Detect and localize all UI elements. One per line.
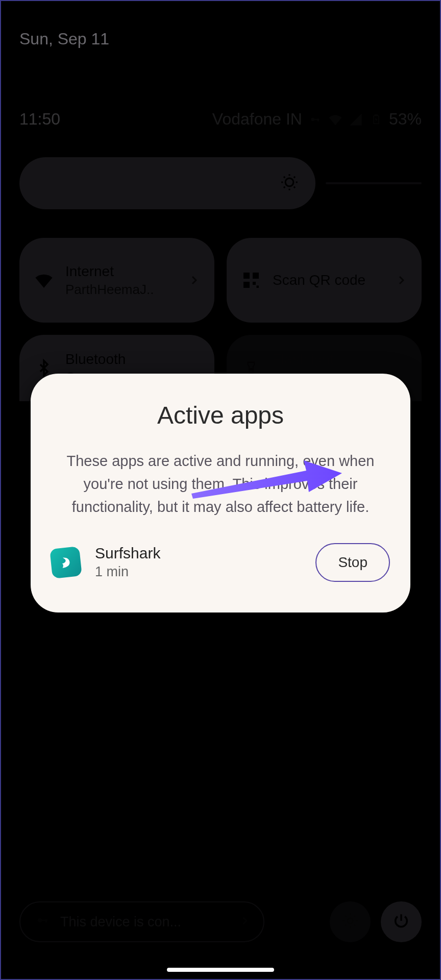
- battery-percent: 53%: [389, 110, 422, 129]
- svg-rect-7: [253, 273, 259, 279]
- brightness-slider[interactable]: [19, 157, 422, 209]
- wifi-icon: [328, 112, 343, 127]
- active-apps-sheet: Active apps These apps are active and ru…: [31, 374, 410, 612]
- svg-point-11: [251, 369, 252, 370]
- svg-rect-10: [257, 286, 259, 288]
- svg-point-0: [311, 117, 314, 121]
- svg-rect-2: [317, 118, 319, 121]
- sheet-title: Active apps: [51, 401, 390, 429]
- svg-rect-6: [243, 273, 250, 279]
- date-label: Sun, Sep 11: [19, 30, 422, 48]
- stop-button[interactable]: Stop: [315, 543, 390, 582]
- svg-rect-9: [253, 282, 256, 285]
- power-icon: [393, 912, 410, 932]
- battery-icon: [369, 112, 384, 127]
- qs-tile-title: Internet: [65, 263, 177, 280]
- nav-handle[interactable]: [167, 968, 274, 972]
- gear-icon: [341, 912, 359, 932]
- settings-button[interactable]: [330, 901, 371, 942]
- brightness-icon: [280, 173, 299, 194]
- qr-icon: [241, 270, 261, 290]
- surfshark-app-icon: [50, 546, 82, 579]
- chevron-right-icon: [188, 274, 200, 286]
- chevron-right-icon: [395, 274, 407, 286]
- svg-rect-8: [243, 282, 250, 288]
- active-app-row: Surfshark 1 min Stop: [51, 543, 390, 582]
- vpn-key-icon: [34, 914, 51, 930]
- clock: 11:50: [19, 110, 60, 129]
- svg-rect-4: [375, 114, 377, 115]
- qs-tile-title: Scan QR code: [273, 272, 384, 288]
- chevron-right-icon: [239, 914, 250, 930]
- svg-point-15: [348, 918, 353, 924]
- app-duration: 1 min: [95, 564, 301, 580]
- qs-tile-internet[interactable]: Internet ParthHeemaJ..: [19, 238, 214, 323]
- carrier-label: Vodafone IN: [212, 110, 302, 129]
- sheet-description: These apps are active and running, even …: [51, 450, 390, 519]
- vpn-key-icon: [307, 112, 323, 127]
- vpn-status-pill[interactable]: This device is con...: [19, 901, 264, 942]
- svg-point-12: [38, 918, 42, 922]
- wifi-filled-icon: [34, 270, 54, 290]
- status-bar: 11:50 Vodafone IN 53%: [19, 110, 422, 129]
- vpn-status-text: This device is con...: [60, 914, 230, 930]
- signal-icon: [348, 112, 363, 127]
- svg-rect-14: [45, 919, 47, 922]
- app-name: Surfshark: [95, 545, 301, 562]
- qs-tile-title: Flashlight: [273, 351, 407, 368]
- qs-tile-title: Bluetooth: [65, 351, 200, 368]
- qs-tile-qr[interactable]: Scan QR code: [227, 238, 422, 323]
- power-button[interactable]: [381, 901, 422, 942]
- svg-point-5: [285, 178, 293, 186]
- qs-tile-subtitle: ParthHeemaJ..: [65, 282, 177, 298]
